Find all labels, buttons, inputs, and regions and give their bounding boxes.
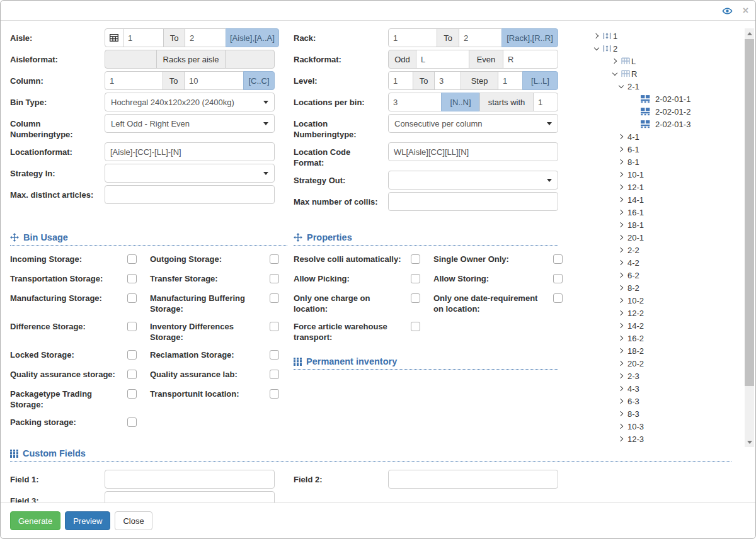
tree-expand-icon[interactable]	[617, 410, 625, 417]
tree-item[interactable]: R	[589, 67, 745, 80]
column-from-input[interactable]	[105, 71, 163, 90]
tree-item[interactable]: 8-1	[589, 156, 745, 168]
preview-eye-icon[interactable]	[722, 7, 733, 15]
max-distinct-articles-input[interactable]	[105, 185, 275, 204]
tree-item[interactable]: 6-1	[589, 143, 745, 156]
location-numberingtype-select[interactable]: Consecutive per column	[388, 114, 558, 133]
rack-to-input[interactable]	[459, 28, 502, 47]
level-from-input[interactable]	[388, 71, 413, 90]
starts-with-input[interactable]	[533, 93, 558, 111]
tree-expand-icon[interactable]	[617, 271, 625, 279]
tree-expand-icon[interactable]	[617, 234, 625, 241]
rack-format-button[interactable]: [Rack],[R..R]	[501, 28, 558, 47]
rackformat-even-input[interactable]	[503, 50, 558, 69]
max-number-of-collis-input[interactable]	[388, 192, 558, 211]
level-step-input[interactable]	[498, 71, 523, 90]
aisle-to-input[interactable]	[185, 28, 226, 47]
tree-expand-icon[interactable]	[617, 82, 625, 90]
field-2-input[interactable]	[388, 470, 558, 489]
tree-item[interactable]: 16-1	[589, 206, 745, 218]
tree-expand-icon[interactable]	[617, 145, 625, 153]
close-button[interactable]: Close	[115, 511, 152, 530]
tree-expand-icon[interactable]	[617, 360, 625, 367]
checkbox[interactable]	[553, 254, 563, 264]
checkbox[interactable]	[270, 254, 279, 264]
checkbox[interactable]	[127, 389, 137, 399]
checkbox[interactable]	[270, 322, 279, 331]
tree-item[interactable]: 10-1	[589, 168, 745, 181]
tree-item[interactable]: 6-3	[589, 395, 745, 407]
tree-item[interactable]: 10-3	[589, 420, 745, 433]
tree-expand-icon[interactable]	[617, 259, 625, 266]
tree-item[interactable]: 6-2	[589, 269, 745, 281]
field-3-input[interactable]	[105, 491, 275, 502]
tree-expand-icon[interactable]	[617, 183, 625, 191]
tree-item[interactable]: 18-2	[589, 344, 745, 357]
checkbox[interactable]	[127, 350, 137, 360]
rackformat-odd-input[interactable]	[416, 50, 469, 69]
level-format-button[interactable]: [L..L]	[522, 71, 558, 90]
tree-expand-icon[interactable]	[617, 284, 625, 292]
checkbox[interactable]	[411, 254, 420, 264]
checkbox[interactable]	[127, 417, 137, 427]
checkbox[interactable]	[411, 322, 420, 331]
checkbox[interactable]	[411, 293, 420, 303]
tree-expand-icon[interactable]	[617, 347, 625, 355]
tree-item[interactable]: 16-2	[589, 332, 745, 344]
bin-type-select[interactable]: Hochregal 240x120x220 (2400kg)	[105, 93, 275, 111]
tree-item[interactable]: 14-2	[589, 319, 745, 332]
checkbox[interactable]	[127, 274, 137, 283]
scrollbar-thumb[interactable]	[745, 39, 754, 386]
tree-expand-icon[interactable]	[617, 435, 625, 443]
rack-from-input[interactable]	[388, 28, 437, 47]
tree-expand-icon[interactable]	[617, 322, 625, 329]
tree-item[interactable]: 8-3	[589, 407, 745, 420]
tree-item[interactable]: 2-2	[589, 244, 745, 256]
aisle-format-button[interactable]: [Aisle],[A..A]	[226, 28, 279, 47]
tree-item[interactable]: 2-02-01-1	[589, 93, 745, 105]
tree-expand-icon[interactable]	[617, 196, 625, 203]
tree-expand-icon[interactable]	[593, 32, 600, 40]
tree-expand-icon[interactable]	[617, 423, 625, 430]
tree-expand-icon[interactable]	[617, 297, 625, 304]
tree-item[interactable]: 2	[589, 42, 745, 55]
tree-item[interactable]: 4-3	[589, 382, 745, 395]
checkbox[interactable]	[553, 274, 563, 283]
checkbox[interactable]	[553, 293, 563, 303]
level-to-input[interactable]	[434, 71, 461, 90]
checkbox[interactable]	[270, 350, 279, 360]
locations-format-button[interactable]: [N..N]	[441, 93, 480, 111]
tree-item[interactable]: 8-2	[589, 281, 745, 294]
checkbox[interactable]	[270, 274, 279, 283]
tree-scrollbar[interactable]	[745, 28, 754, 447]
checkbox[interactable]	[127, 370, 137, 379]
locationformat-input[interactable]	[105, 142, 275, 161]
column-format-button[interactable]: [C..C]	[243, 71, 275, 90]
tree-expand-icon[interactable]	[617, 246, 625, 254]
checkbox[interactable]	[411, 274, 420, 283]
tree-item[interactable]: 18-1	[589, 218, 745, 231]
tree-expand-icon[interactable]	[617, 372, 625, 380]
aisle-from-input[interactable]	[123, 28, 164, 47]
tree-expand-icon[interactable]	[617, 397, 625, 405]
checkbox[interactable]	[270, 370, 279, 379]
generate-button[interactable]: Generate	[10, 511, 60, 530]
tree-expand-icon[interactable]	[611, 57, 619, 65]
tree-expand-icon[interactable]	[617, 158, 625, 166]
tree-item[interactable]: 12-2	[589, 307, 745, 319]
tree-item[interactable]: 12-3	[589, 433, 745, 445]
checkbox[interactable]	[127, 254, 137, 264]
tree-expand-icon[interactable]	[617, 385, 625, 392]
tree-item[interactable]: 1	[589, 30, 745, 42]
checkbox[interactable]	[127, 293, 137, 303]
column-to-input[interactable]	[184, 71, 244, 90]
column-numberingtype-select[interactable]: Left Odd - Right Even	[105, 114, 275, 133]
tree-item[interactable]: 20-1	[589, 231, 745, 244]
tree-item[interactable]: 2-3	[589, 370, 745, 382]
tree-expand-icon[interactable]	[611, 70, 619, 77]
tree-item[interactable]: 14-1	[589, 193, 745, 206]
tree-expand-icon[interactable]	[593, 45, 600, 52]
tree-expand-icon[interactable]	[617, 171, 625, 178]
tree-expand-icon[interactable]	[617, 334, 625, 342]
strategy-in-select[interactable]	[105, 164, 275, 183]
